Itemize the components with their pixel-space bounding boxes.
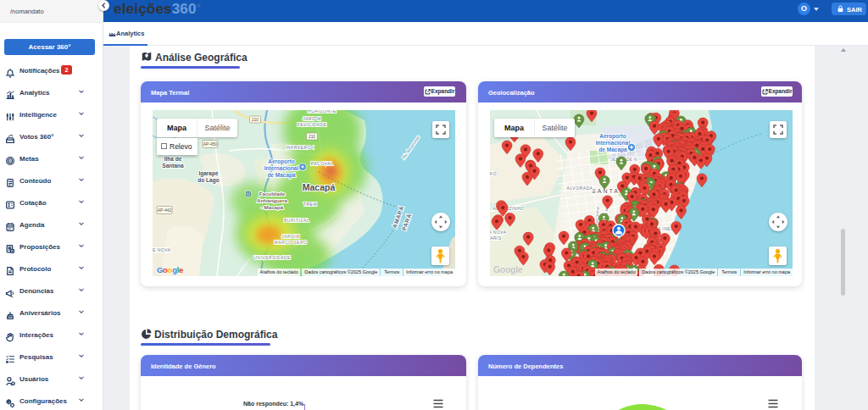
svg-text:ARIS: ARIS — [490, 235, 502, 241]
svg-text:Ilha de: Ilha de — [164, 156, 182, 162]
svg-text:HORIZONTE: HORIZONTE — [308, 110, 337, 114]
svg-text:Anhanguera: Anhanguera — [257, 197, 288, 203]
svg-text:FELICIDADE: FELICIDADE — [298, 122, 327, 127]
svg-text:Faculdade: Faculdade — [259, 191, 286, 197]
svg-text:210: 210 — [252, 118, 259, 122]
svg-text:do Lago: do Lago — [198, 177, 219, 184]
svg-text:PACOVAL: PACOVAL — [311, 161, 333, 166]
svg-text:JARD M: JARD M — [303, 116, 321, 121]
svg-text:Santana: Santana — [162, 163, 184, 169]
svg-text:UNIVERSIDADE: UNIVERSIDADE — [253, 255, 291, 260]
svg-text:TREM: TREM — [303, 202, 317, 207]
svg-text:Aeroporto: Aeroporto — [599, 133, 626, 140]
svg-text:INFRAERO I: INFRAERO I — [286, 145, 314, 150]
svg-text:de Macapá: de Macapá — [598, 147, 627, 153]
svg-text:JARDIM: JARDIM — [281, 234, 300, 239]
svg-text:Aeroporto: Aeroporto — [268, 158, 294, 165]
svg-text:AP-442: AP-442 — [158, 208, 172, 213]
svg-text:de Macapá: de Macapá — [267, 172, 296, 179]
svg-text:Internacional: Internacional — [264, 165, 299, 171]
svg-text:TE NOVA: TE NOVA — [153, 247, 171, 252]
svg-text:AP-450: AP-450 — [203, 141, 218, 147]
svg-text:Igarapé: Igarapé — [198, 170, 219, 177]
svg-text:ALVORADA: ALVORADA — [567, 186, 593, 191]
svg-text:- Macapá: - Macapá — [261, 204, 284, 210]
svg-text:Internacional: Internacional — [596, 140, 631, 146]
svg-text:IKO: IKO — [490, 171, 497, 176]
svg-text:MARCO ZERO: MARCO ZERO — [275, 240, 308, 245]
svg-text:Macapá: Macapá — [303, 182, 336, 192]
svg-text:A NOVA: A NOVA — [490, 230, 507, 235]
svg-text:BURITIZAL: BURITIZAL — [284, 218, 309, 223]
svg-text:210: 210 — [309, 135, 315, 139]
